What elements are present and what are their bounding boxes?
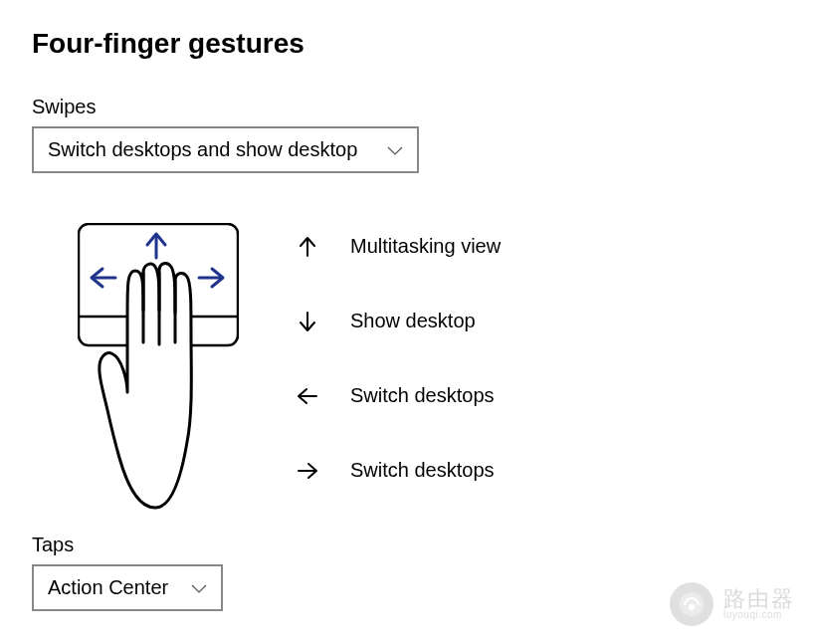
gesture-label: Switch desktops: [350, 384, 495, 407]
arrow-up-icon: [297, 236, 318, 258]
swipes-label: Swipes: [32, 96, 781, 118]
gesture-label: Multitasking view: [350, 235, 501, 258]
arrow-left-icon: [297, 386, 318, 406]
gesture-item-right: Switch desktops: [297, 459, 501, 482]
swipes-dropdown[interactable]: Switch desktops and show desktop: [32, 126, 419, 173]
gesture-list: Multitasking view Show desktop: [297, 223, 501, 482]
arrow-down-icon: [297, 311, 318, 332]
gesture-item-left: Switch desktops: [297, 384, 501, 407]
swipes-dropdown-value: Switch desktops and show desktop: [48, 138, 357, 161]
watermark: 路由器 luyouqi.com: [670, 582, 795, 626]
page-title: Four-finger gestures: [32, 28, 781, 60]
gesture-label: Show desktop: [350, 310, 476, 332]
watermark-text: 路由器: [723, 587, 795, 610]
svg-point-12: [680, 592, 704, 616]
gesture-item-up: Multitasking view: [297, 235, 501, 258]
watermark-subtext: luyouqi.com: [723, 610, 795, 621]
taps-dropdown-value: Action Center: [48, 576, 168, 599]
chevron-down-icon: [191, 576, 207, 599]
touchpad-gesture-illustration: [78, 223, 239, 522]
gesture-item-down: Show desktop: [297, 310, 501, 332]
gesture-label: Switch desktops: [350, 459, 495, 482]
arrow-right-icon: [297, 461, 318, 481]
taps-dropdown[interactable]: Action Center: [32, 564, 223, 611]
taps-label: Taps: [32, 534, 781, 556]
svg-point-13: [689, 604, 695, 610]
watermark-logo-icon: [670, 582, 713, 626]
chevron-down-icon: [387, 138, 403, 161]
